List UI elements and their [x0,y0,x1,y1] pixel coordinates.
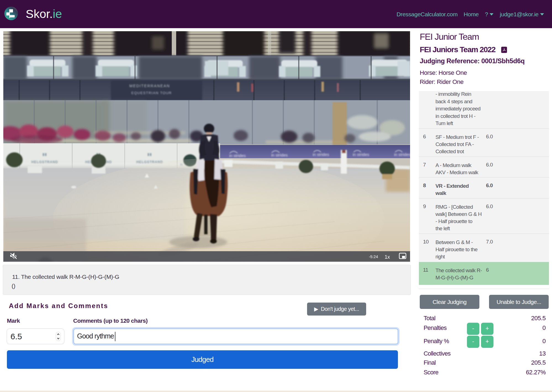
svg-text:in strides: in strides [394,152,410,157]
svg-text:in strides: in strides [229,153,246,158]
svg-text:in strides: in strides [353,152,369,157]
svg-text:▮▮: ▮▮ [147,152,152,156]
svg-text:HELGSTRAND: HELGSTRAND [31,160,58,164]
svg-text:in strides: in strides [271,153,288,157]
svg-text:-5:24: -5:24 [369,255,378,259]
svg-text:1x: 1x [385,254,390,260]
svg-text:EQUESTRIAN TOUR: EQUESTRIAN TOUR [131,91,172,95]
svg-text:in strides: in strides [313,152,329,157]
svg-text:▮▮: ▮▮ [43,152,47,156]
svg-text:MEDITERRANEAN: MEDITERRANEAN [129,84,170,88]
